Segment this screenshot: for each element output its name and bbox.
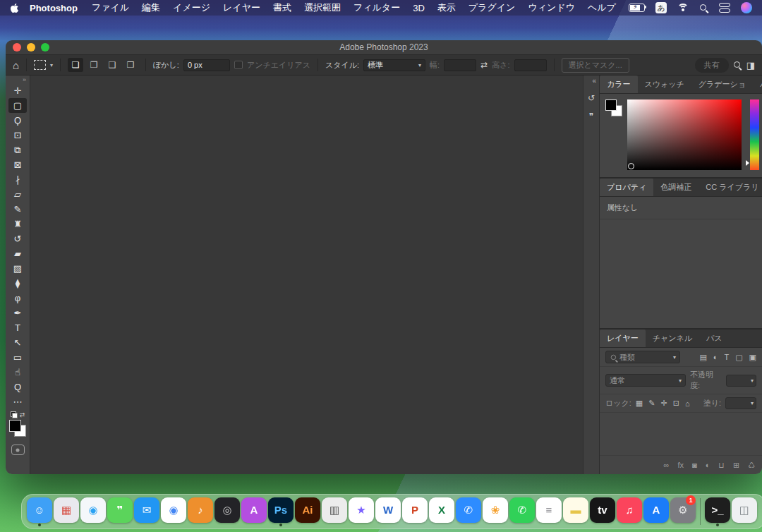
menu-select[interactable]: 選択範囲: [298, 1, 347, 14]
input-method-icon[interactable]: あ: [655, 2, 667, 13]
eyedropper-tool[interactable]: ∤: [8, 172, 27, 187]
height-input[interactable]: [514, 59, 547, 71]
tools-collapse-icon[interactable]: »: [23, 76, 30, 83]
menu-plugins[interactable]: プラグイン: [462, 1, 522, 14]
dock-chrome[interactable]: ◉: [160, 497, 187, 526]
gradient-tool[interactable]: ▨: [8, 261, 27, 276]
dock-affinity-photo[interactable]: A: [241, 497, 267, 526]
expand-panels-icon[interactable]: «: [592, 77, 599, 85]
add-selection-mode[interactable]: ❐: [86, 58, 102, 72]
new-layer-icon[interactable]: ⊞: [733, 461, 739, 470]
dodge-tool[interactable]: φ: [8, 291, 27, 306]
canvas-area[interactable]: [30, 75, 583, 474]
width-input[interactable]: [444, 59, 476, 71]
history-panel-icon[interactable]: ↺: [588, 93, 595, 103]
filter-shape-layers-icon[interactable]: ▢: [735, 353, 742, 362]
frame-tool[interactable]: ⊠: [8, 157, 27, 172]
dock-facetime[interactable]: ✆: [509, 497, 536, 526]
menu-photoshop[interactable]: Photoshop: [23, 3, 85, 13]
rectangular-marquee-tool[interactable]: ▢: [8, 98, 27, 113]
dock-powerpoint[interactable]: P: [401, 497, 428, 526]
delete-layer-icon[interactable]: ♺: [748, 461, 755, 470]
fill-input[interactable]: ▾: [725, 397, 756, 409]
rectangle-tool[interactable]: ▭: [8, 350, 27, 365]
dock-archive-utility[interactable]: ◫: [731, 497, 758, 526]
dock-notes[interactable]: ▬: [562, 497, 589, 526]
menu-file[interactable]: ファイル: [85, 1, 135, 14]
color-picker-cursor[interactable]: [628, 163, 634, 169]
adjustment-layer-icon[interactable]: ◐: [706, 461, 710, 469]
dock-excel[interactable]: X: [428, 497, 455, 526]
control-center-icon[interactable]: [719, 3, 730, 13]
lock-all-icon[interactable]: ⌂: [685, 399, 690, 408]
dock-app-store[interactable]: A: [643, 497, 670, 526]
opacity-input[interactable]: ▾: [726, 375, 756, 387]
filter-pixel-layers-icon[interactable]: ▤: [699, 353, 706, 362]
panel-foreground-swatch[interactable]: [605, 99, 617, 111]
default-colors-icon[interactable]: [11, 411, 18, 418]
menu-filter[interactable]: フィルター: [347, 1, 406, 14]
dock-system-settings[interactable]: ⚙ 1: [670, 497, 696, 526]
eraser-tool[interactable]: ▰: [8, 246, 27, 261]
menu-help[interactable]: ヘルプ: [581, 1, 622, 14]
filter-type-layers-icon[interactable]: T: [724, 353, 729, 362]
antialias-checkbox[interactable]: [234, 61, 243, 69]
tab-channels[interactable]: チャンネル: [646, 330, 699, 347]
path-selection-tool[interactable]: ↖: [8, 335, 27, 350]
type-tool[interactable]: T: [8, 320, 27, 335]
siri-icon[interactable]: [741, 2, 752, 13]
comments-panel-icon[interactable]: ❞: [589, 111, 593, 121]
dock-word[interactable]: W: [375, 497, 401, 526]
dock-illustrator[interactable]: Ai: [294, 497, 321, 526]
crop-tool[interactable]: ⧉: [8, 143, 27, 157]
layer-group-icon[interactable]: ⊔: [718, 461, 725, 470]
window-title-bar[interactable]: Adobe Photoshop 2023: [6, 40, 762, 55]
tab-patterns[interactable]: パターン: [753, 75, 762, 93]
workspace-switcher-icon[interactable]: ◨: [746, 60, 755, 71]
history-brush-tool[interactable]: ↺: [8, 231, 27, 246]
dock-finder[interactable]: ☺: [26, 497, 53, 526]
tab-gradients[interactable]: グラデーショ: [691, 75, 753, 93]
menu-view[interactable]: 表示: [431, 1, 462, 14]
tab-adjustments[interactable]: 色調補正: [653, 179, 698, 196]
tab-layers[interactable]: レイヤー: [600, 330, 646, 347]
lock-pixels-icon[interactable]: ✎: [648, 399, 655, 408]
swap-colors-icon[interactable]: ⇄: [20, 411, 25, 418]
foreground-color-swatch[interactable]: [9, 420, 21, 432]
feather-input[interactable]: 0 px: [183, 59, 230, 71]
lock-transparency-icon[interactable]: ▦: [636, 399, 643, 408]
battery-icon[interactable]: ⚡: [629, 4, 645, 12]
blur-tool[interactable]: ⧫: [8, 276, 27, 291]
subtract-selection-mode[interactable]: ❑: [104, 58, 120, 72]
link-layers-icon[interactable]: ∞: [664, 461, 670, 469]
blend-mode-select[interactable]: 通常 ▾: [605, 374, 686, 387]
pen-tool[interactable]: ✒: [8, 306, 27, 320]
style-select[interactable]: 標準▾: [363, 59, 425, 71]
dock-turntable-app[interactable]: ◎: [214, 497, 241, 526]
tab-color[interactable]: カラー: [600, 75, 638, 93]
minimize-window-button[interactable]: [27, 43, 35, 52]
dock-apple-tv[interactable]: tv: [589, 497, 616, 526]
menu-edit[interactable]: 編集: [135, 1, 167, 14]
zoom-window-button[interactable]: [41, 43, 49, 52]
dock-imovie[interactable]: ★: [348, 497, 375, 526]
layer-mask-icon[interactable]: ◙: [692, 461, 697, 469]
search-icon[interactable]: [733, 61, 742, 70]
zoom-tool[interactable]: Q: [8, 380, 27, 394]
home-icon[interactable]: ⌂: [13, 59, 19, 71]
close-window-button[interactable]: [13, 43, 21, 52]
dock-zoom[interactable]: ✆: [455, 497, 482, 526]
lock-position-icon[interactable]: ✛: [660, 399, 667, 408]
dock-mail[interactable]: ✉: [133, 497, 160, 526]
edit-toolbar[interactable]: ⋯: [8, 394, 27, 409]
share-button[interactable]: 共有: [695, 58, 729, 73]
saturation-brightness-field[interactable]: [627, 99, 742, 170]
layer-filter-input[interactable]: 種類 ▾: [605, 351, 680, 363]
hand-tool[interactable]: ☝: [8, 365, 27, 380]
tool-preset-chevron-icon[interactable]: ▾: [50, 62, 53, 68]
dock-photoshop[interactable]: Ps: [267, 497, 294, 526]
intersect-selection-mode[interactable]: ❒: [123, 58, 138, 72]
clone-stamp-tool[interactable]: ♜: [8, 217, 27, 231]
tab-swatches[interactable]: スウォッチ: [638, 75, 691, 93]
menu-type[interactable]: 書式: [267, 1, 298, 14]
